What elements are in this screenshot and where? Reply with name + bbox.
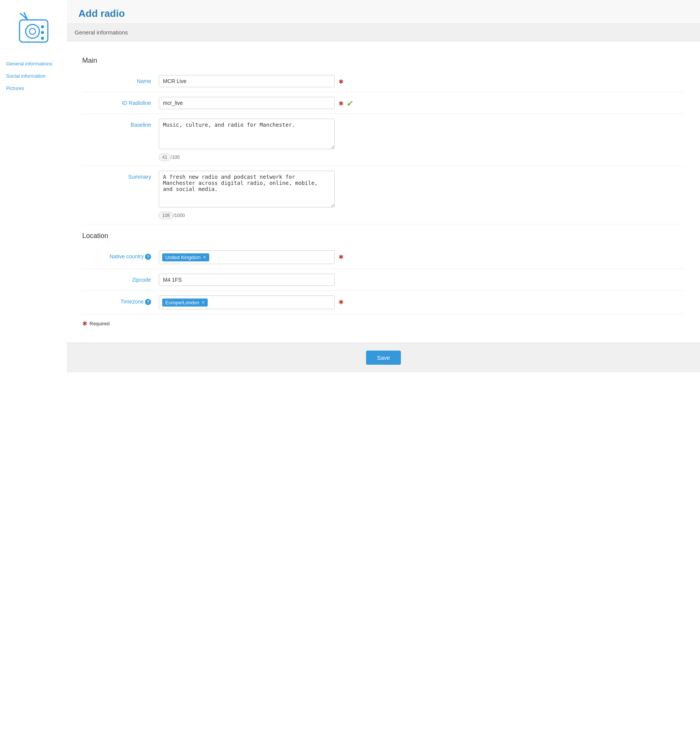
baseline-counter-row: 41 /100 — [159, 152, 335, 161]
baseline-char-max: /100 — [171, 155, 179, 160]
section-header-bar: General informations — [67, 24, 700, 41]
native-country-help-icon[interactable]: ? — [145, 254, 151, 260]
native-country-tag-remove[interactable]: × — [203, 255, 206, 260]
footer-bar: Save — [67, 343, 700, 372]
native-country-tag-input[interactable]: United Kingdom × — [159, 250, 335, 264]
id-radioline-required-star: ✱ — [339, 97, 343, 107]
native-country-field: United Kingdom × — [159, 250, 335, 264]
baseline-char-count: 41 — [159, 153, 171, 161]
timezone-tag-remove[interactable]: × — [202, 300, 205, 305]
required-note-star: ✱ — [82, 320, 87, 327]
main-section-title: Main — [82, 57, 685, 65]
summary-field: A fresh new radio and podcast network fo… — [159, 171, 335, 219]
sidebar-link-pictures[interactable]: Pictures — [6, 85, 24, 91]
baseline-row: Baseline Music, culture, and radio for M… — [82, 114, 685, 166]
location-section-title: Location — [82, 232, 685, 240]
sidebar-link-general[interactable]: General informations — [6, 61, 52, 67]
section-header-label: General informations — [75, 29, 128, 36]
id-radioline-row: ID Radioline ✱ ✔ — [82, 92, 685, 114]
svg-point-6 — [41, 31, 44, 34]
sidebar-item-social[interactable]: Social information — [0, 70, 67, 82]
summary-textarea[interactable]: A fresh new radio and podcast network fo… — [159, 171, 335, 207]
page-header: Add radio — [67, 0, 700, 24]
timezone-label: Timezone? — [82, 295, 159, 305]
name-label: Name — [82, 75, 159, 84]
native-country-tag: United Kingdom × — [162, 253, 209, 261]
timezone-tag-label: Europe/London — [165, 300, 199, 305]
radio-logo-icon — [16, 11, 51, 46]
required-note: ✱ Required — [82, 320, 685, 327]
timezone-field: Europe/London × — [159, 295, 335, 309]
summary-char-count: 108 — [159, 212, 173, 219]
required-note-text: Required — [90, 321, 110, 326]
baseline-label: Baseline — [82, 119, 159, 128]
name-row: Name ✱ — [82, 70, 685, 92]
zipcode-label: Zipcode — [82, 274, 159, 283]
zipcode-input[interactable] — [159, 274, 335, 286]
svg-point-3 — [26, 24, 39, 38]
timezone-tag-input[interactable]: Europe/London × — [159, 295, 335, 309]
baseline-field: Music, culture, and radio for Manchester… — [159, 119, 335, 161]
nav-menu: General informations Social information … — [0, 57, 67, 94]
native-country-row: Native country? United Kingdom × ✱ — [82, 246, 685, 269]
native-country-tag-label: United Kingdom — [165, 255, 201, 260]
svg-point-4 — [29, 28, 36, 34]
id-radioline-label: ID Radioline — [82, 97, 159, 106]
zipcode-field — [159, 274, 335, 286]
baseline-textarea[interactable]: Music, culture, and radio for Manchester… — [159, 119, 335, 149]
id-radioline-input[interactable] — [159, 97, 335, 109]
timezone-row: Timezone? Europe/London × ✱ — [82, 291, 685, 314]
summary-counter-row: 108 /1000 — [159, 210, 335, 219]
summary-row: Summary A fresh new radio and podcast ne… — [82, 166, 685, 224]
summary-label: Summary — [82, 171, 159, 180]
svg-point-5 — [41, 25, 44, 28]
sidebar-item-pictures[interactable]: Pictures — [0, 82, 67, 94]
native-country-required-star: ✱ — [339, 250, 343, 261]
timezone-tag: Europe/London × — [162, 299, 208, 307]
native-country-label: Native country? — [82, 250, 159, 260]
name-input[interactable] — [159, 75, 335, 87]
id-radioline-checkmark: ✔ — [347, 97, 353, 109]
sidebar-link-social[interactable]: Social information — [6, 73, 46, 79]
name-required-star: ✱ — [339, 75, 343, 85]
zipcode-row: Zipcode — [82, 269, 685, 291]
form-container: Main Name ✱ ID Radioline ✱ ✔ Baseli — [67, 41, 700, 335]
svg-point-7 — [41, 37, 44, 40]
main-content: Add radio General informations Main Name… — [67, 0, 700, 744]
logo-area — [0, 4, 67, 57]
sidebar-item-general[interactable]: General informations — [0, 57, 67, 70]
timezone-help-icon[interactable]: ? — [145, 299, 151, 305]
summary-char-max: /1000 — [173, 213, 185, 218]
id-radioline-field — [159, 97, 335, 109]
page-title: Add radio — [78, 8, 689, 20]
name-field — [159, 75, 335, 87]
timezone-required-star: ✱ — [339, 295, 343, 306]
sidebar: General informations Social information … — [0, 0, 67, 744]
save-button[interactable]: Save — [366, 351, 400, 365]
